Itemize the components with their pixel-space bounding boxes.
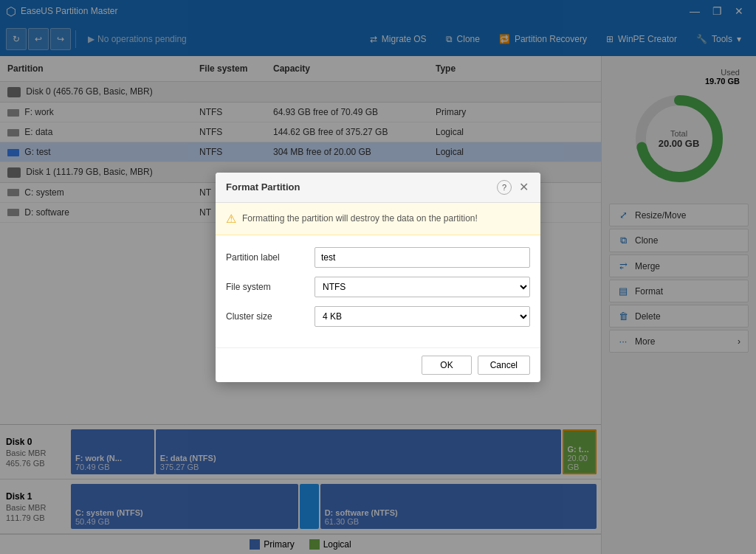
modal-help-button[interactable]: ?: [497, 180, 512, 195]
modal-body: Partition label File system NTFS FAT32 F…: [216, 235, 540, 347]
cluster-size-label: Cluster size: [226, 311, 315, 322]
partition-label-label: Partition label: [226, 252, 315, 263]
cluster-size-select[interactable]: 512 Bytes 1 KB 2 KB 4 KB 8 KB 16 KB 32 K…: [315, 306, 530, 327]
warning-text: Formatting the partition will destroy th…: [242, 213, 478, 224]
modal-title: Format Partition: [226, 181, 300, 193]
file-system-select[interactable]: NTFS FAT32 FAT exFAT EXT2 EXT3 EXT4: [315, 277, 530, 297]
partition-label-input[interactable]: [315, 247, 530, 268]
modal-overlay: Format Partition ? ✕ ⚠ Formatting the pa…: [0, 0, 756, 554]
partition-label-field: Partition label: [226, 247, 530, 268]
modal-close-button[interactable]: ✕: [518, 181, 530, 193]
warning-icon: ⚠: [226, 212, 236, 226]
modal-titlebar: Format Partition ? ✕: [216, 173, 540, 203]
file-system-field: File system NTFS FAT32 FAT exFAT EXT2 EX…: [226, 277, 530, 297]
cluster-size-field: Cluster size 512 Bytes 1 KB 2 KB 4 KB 8 …: [226, 306, 530, 327]
file-system-label: File system: [226, 282, 315, 292]
modal-title-actions: ? ✕: [497, 180, 530, 195]
modal-cancel-button[interactable]: Cancel: [478, 356, 530, 375]
format-partition-modal: Format Partition ? ✕ ⚠ Formatting the pa…: [216, 173, 540, 382]
modal-warning: ⚠ Formatting the partition will destroy …: [216, 203, 540, 235]
modal-footer: OK Cancel: [216, 347, 540, 382]
modal-ok-button[interactable]: OK: [422, 356, 471, 375]
